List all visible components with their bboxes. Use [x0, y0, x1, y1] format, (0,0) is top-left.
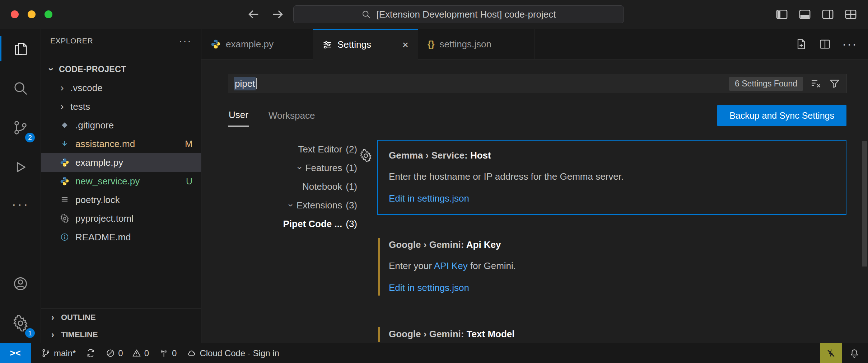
open-settings-json-button[interactable] — [795, 38, 808, 51]
api-key-link[interactable]: API Key — [434, 260, 468, 271]
sidebar-header: EXPLORER ··· — [41, 29, 201, 53]
forward-button[interactable] — [271, 7, 285, 22]
tab-settings-json[interactable]: {} settings.json — [418, 29, 535, 59]
ports-status-item[interactable]: 0 — [159, 348, 177, 358]
setting-google-gemini-api-key[interactable]: Google › Gemini: Api Key Enter your API … — [377, 229, 846, 304]
toggle-sidebar-button[interactable] — [775, 7, 789, 22]
tree-item-readme-md[interactable]: README.md — [41, 228, 201, 246]
problems-status-item[interactable]: 0 0 — [106, 348, 149, 358]
customize-layout-button[interactable] — [844, 7, 858, 22]
toc-item-text-editor[interactable]: Text Editor (2) — [228, 140, 357, 159]
file-tree: › CODE-PROJECT › .vscode › tests .gitign… — [41, 60, 201, 246]
toc-label: Extensions — [297, 200, 342, 211]
tree-item-vscode[interactable]: › .vscode — [41, 79, 201, 97]
toc-label: Pipet Code ... — [283, 218, 342, 230]
toc-count: (3) — [346, 218, 357, 230]
remote-indicator[interactable]: >< — [0, 343, 31, 363]
search-activity-button[interactable] — [0, 69, 41, 108]
tab-example-py[interactable]: example.py — [201, 29, 313, 59]
editor-group: example.py Settings × {} settings.json — [201, 29, 868, 343]
window-controls — [0, 10, 52, 18]
cloud-code-status-item[interactable]: Cloud Code - Sign in — [187, 348, 279, 358]
cloud-code-label: Cloud Code - Sign in — [200, 348, 279, 358]
errors-count: 0 — [118, 348, 123, 358]
tree-item-example-py[interactable]: example.py — [41, 153, 201, 172]
modified-indicator — [378, 327, 380, 342]
settings-gear-button[interactable]: 1 — [0, 303, 41, 343]
file-label: pyproject.toml — [75, 213, 134, 224]
zoom-window-button[interactable] — [45, 10, 52, 18]
activity-bar: 2 ··· 1 — [0, 29, 41, 343]
toc-item-extensions[interactable]: › Extensions (3) — [228, 196, 357, 214]
editor-actions: ··· — [795, 29, 868, 59]
title-bar: [Extension Development Host] code-projec… — [0, 0, 868, 29]
window-title: [Extension Development Host] code-projec… — [376, 9, 556, 20]
tab-settings[interactable]: Settings × — [313, 29, 418, 59]
minimize-window-button[interactable] — [28, 10, 36, 18]
toc-item-notebook[interactable]: Notebook (1) — [228, 177, 357, 196]
run-debug-activity-button[interactable] — [0, 147, 41, 187]
toggle-secondary-sidebar-button[interactable] — [821, 7, 835, 22]
command-center[interactable]: [Extension Development Host] code-projec… — [293, 5, 624, 23]
file-label: assistance.md — [75, 138, 135, 150]
tree-item-gitignore[interactable]: .gitignore — [41, 116, 201, 135]
edit-in-settings-json-link[interactable]: Edit in settings.json — [389, 193, 835, 204]
more-actions-button[interactable]: ··· — [842, 37, 857, 52]
more-views-button[interactable]: ··· — [0, 187, 41, 226]
backup-sync-settings-button[interactable]: Backup and Sync Settings — [717, 105, 846, 126]
views-more-actions-button[interactable]: ··· — [179, 35, 192, 47]
clear-search-filters-button[interactable] — [810, 78, 822, 89]
editor-scrollbar[interactable] — [862, 141, 867, 267]
edit-in-settings-json-link[interactable]: Edit in settings.json — [389, 282, 835, 293]
source-control-activity-button[interactable]: 2 — [0, 108, 41, 147]
close-window-button[interactable] — [11, 10, 19, 18]
accounts-button[interactable] — [0, 264, 41, 303]
setting-google-gemini-text-model[interactable]: Google › Gemini: Text Model — [377, 319, 846, 343]
setting-title: Google › Gemini: Api Key — [389, 239, 835, 250]
toc-label: Text Editor — [298, 144, 342, 155]
run-debug-icon — [12, 159, 29, 175]
file-label: example.py — [75, 157, 123, 168]
filter-button[interactable] — [829, 78, 840, 89]
toc-item-pipet-code[interactable]: Pipet Code ... (3) — [228, 214, 357, 233]
explorer-sidebar: EXPLORER ··· › CODE-PROJECT › .vscode › … — [41, 29, 201, 343]
sync-status-item[interactable] — [86, 348, 95, 358]
toggle-panel-button[interactable] — [798, 7, 812, 22]
split-editor-button[interactable] — [818, 38, 831, 51]
files-icon — [12, 41, 29, 57]
toc-item-features[interactable]: › Features (1) — [228, 159, 357, 177]
tree-item-poetry-lock[interactable]: poetry.lock — [41, 190, 201, 209]
tree-item-pyproject-toml[interactable]: pyproject.toml — [41, 209, 201, 228]
close-tab-icon[interactable]: × — [402, 39, 409, 51]
branch-status-item[interactable]: main* — [41, 348, 76, 358]
timeline-section-header[interactable]: › TIMELINE — [41, 326, 201, 343]
git-branch-icon — [41, 348, 51, 358]
setting-category: Gemma › Service: — [389, 150, 470, 161]
chevron-right-icon: › — [48, 330, 57, 339]
ports-count: 0 — [172, 348, 177, 358]
setting-name: Api Key — [466, 239, 501, 250]
notifications-bell-button[interactable] — [849, 348, 859, 358]
section-label: OUTLINE — [61, 313, 96, 322]
scope-tab-user[interactable]: User — [228, 104, 249, 127]
extension-host-alert-item[interactable] — [820, 343, 842, 363]
setting-name: Text Model — [467, 329, 515, 339]
setting-gemma-service-host[interactable]: Gemma › Service: Host Enter the hostname… — [377, 140, 846, 215]
description-text: for Gemini. — [468, 260, 516, 271]
outline-section-header[interactable]: › OUTLINE — [41, 308, 201, 326]
tree-item-tests[interactable]: › tests — [41, 97, 201, 116]
tree-root-folder[interactable]: › CODE-PROJECT — [41, 60, 201, 79]
back-button[interactable] — [246, 7, 261, 22]
tree-item-new-service-py[interactable]: new_service.py U — [41, 172, 201, 190]
tree-item-assistance-md[interactable]: assistance.md M — [41, 135, 201, 153]
scope-tab-workspace[interactable]: Workspace — [268, 105, 316, 126]
sidebar-bottom-panes: › OUTLINE › TIMELINE — [41, 308, 201, 343]
modified-indicator — [378, 238, 380, 296]
chevron-down-icon: › — [46, 65, 56, 74]
settings-scope-row: User Workspace Backup and Sync Settings — [228, 104, 846, 127]
explorer-activity-button[interactable] — [0, 29, 41, 69]
settings-search-input[interactable]: pipet 6 Settings Found — [228, 74, 846, 93]
setting-gear-icon[interactable] — [359, 149, 372, 162]
activity-bar-spacer — [0, 226, 41, 264]
remote-icon: >< — [10, 348, 21, 358]
